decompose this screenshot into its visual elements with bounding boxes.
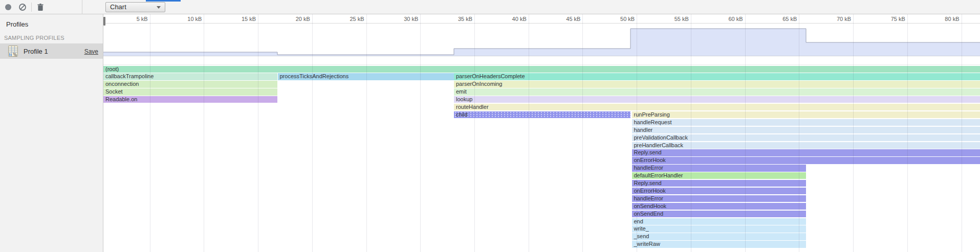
flame-bar[interactable]: preValidationCallback: [632, 134, 980, 141]
heap-profile-icon: %: [8, 45, 18, 57]
record-button[interactable]: [5, 4, 11, 10]
toolbar: Chart: [0, 0, 980, 14]
flame-bar[interactable]: lookup: [454, 96, 980, 103]
block-icon: [18, 3, 27, 11]
flame-bar[interactable]: onErrorHook: [632, 157, 980, 164]
flame-bar[interactable]: onconnection: [103, 81, 277, 87]
flame-bar[interactable]: runPreParsing: [632, 111, 980, 118]
flame-bar[interactable]: onSendEnd: [632, 211, 807, 217]
allocation-overview[interactable]: 5 kB10 kB15 kB20 kB25 kB30 kB35 kB40 kB4…: [103, 14, 980, 56]
flame-bar[interactable]: routeHandler: [454, 104, 980, 110]
flame-bar[interactable]: handleError: [632, 165, 807, 171]
flame-bar[interactable]: Readable.on: [103, 96, 277, 103]
flame-bar[interactable]: Reply.send: [632, 180, 807, 187]
trash-icon: [36, 3, 45, 11]
view-mode-value: Chart: [110, 3, 126, 11]
flame-chart[interactable]: (root)callbackTrampolineprocessTicksAndR…: [103, 65, 980, 252]
profiles-sidebar: Profiles SAMPLING PROFILES % Profile 1 S…: [0, 14, 103, 252]
flame-bar[interactable]: handler: [632, 127, 980, 133]
chevron-down-icon: [157, 6, 161, 9]
active-tab-indicator: [146, 0, 181, 2]
flame-bar[interactable]: onErrorHook: [632, 188, 807, 194]
flame-bar[interactable]: Reply.send: [632, 149, 980, 156]
profile-item-label: Profile 1: [24, 48, 48, 55]
flame-bar[interactable]: parserOnIncoming: [454, 81, 980, 87]
chart-pane: 5 kB10 kB15 kB20 kB25 kB30 kB35 kB40 kB4…: [103, 14, 980, 252]
flame-bar[interactable]: callbackTrampoline: [103, 73, 277, 80]
clear-button[interactable]: [18, 3, 27, 11]
profiler-panel: Chart Profiles SAMPLING PROFILES % Profi…: [0, 0, 980, 252]
flame-bar[interactable]: _send: [632, 233, 807, 240]
flame-bar[interactable]: write_: [632, 225, 807, 232]
flame-bar[interactable]: handleRequest: [632, 119, 980, 126]
overview-area-chart[interactable]: [103, 14, 980, 56]
flame-bar[interactable]: handleError: [632, 195, 807, 202]
overview-range-grip[interactable]: [103, 17, 105, 26]
flame-bar[interactable]: onSendHook: [632, 203, 807, 210]
flame-ruler: 5 kB10 kB15 kB20 kB25 kB30 kB35 kB40 kB4…: [103, 56, 980, 65]
toolbar-separator: [31, 3, 32, 12]
sidebar-item-profile-1[interactable]: % Profile 1 Save: [0, 43, 103, 59]
flame-bar[interactable]: parserOnHeadersComplete: [454, 73, 980, 80]
save-profile-link[interactable]: Save: [84, 48, 98, 55]
sidebar-section-label: SAMPLING PROFILES: [4, 35, 64, 41]
toolbar-divider: [82, 0, 82, 14]
flame-bar[interactable]: Socket: [103, 88, 277, 95]
flame-bar[interactable]: _writeRaw: [632, 241, 807, 247]
svg-text:%: %: [13, 53, 17, 57]
sidebar-title: Profiles: [6, 20, 28, 28]
view-mode-select[interactable]: Chart: [105, 2, 165, 12]
flame-bar[interactable]: defaultErrorHandler: [632, 172, 807, 179]
flame-bar[interactable]: preHandlerCallback: [632, 142, 980, 149]
flame-bar[interactable]: (root): [103, 66, 980, 73]
flame-bar[interactable]: child: [454, 111, 630, 118]
flame-bar[interactable]: processTicksAndRejections: [278, 73, 454, 80]
flame-bar[interactable]: emit: [454, 88, 980, 95]
delete-profile-button[interactable]: [36, 3, 45, 11]
flame-bar[interactable]: end: [632, 218, 807, 225]
